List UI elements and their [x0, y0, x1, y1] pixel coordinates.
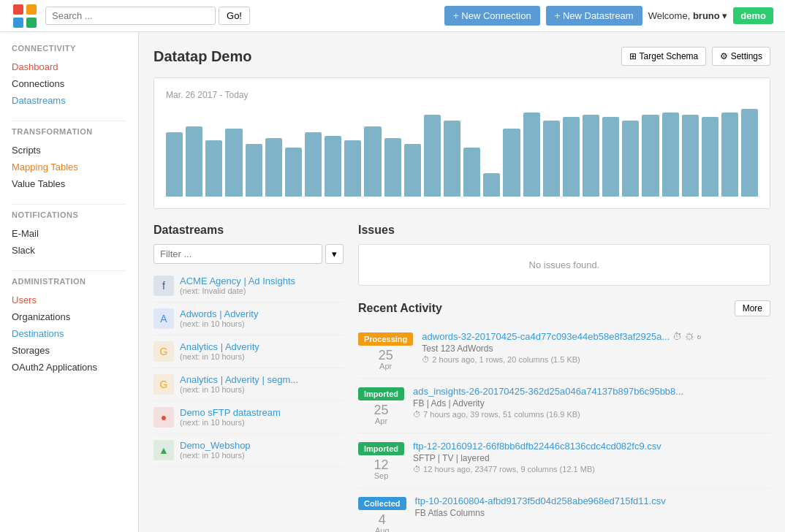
datastream-sub: (next: Invalid date): [180, 286, 344, 295]
activity-link[interactable]: ads_insights-26-20170425-362d25a046a7413…: [413, 386, 770, 397]
list-item[interactable]: ● Demo sFTP datastream (next: in 10 hour…: [153, 401, 344, 434]
new-connection-button[interactable]: + New Connection: [444, 6, 540, 26]
sidebar-divider-1: [12, 121, 126, 121]
datastreams-title: Datastreams: [153, 224, 344, 237]
svg-rect-1: [26, 4, 37, 15]
datastream-icon: ●: [153, 407, 174, 428]
new-datastream-button[interactable]: + New Datastream: [546, 6, 642, 26]
welcome-text: Welcome, bruno ▾: [648, 10, 728, 21]
list-item[interactable]: G Analytics | Adverity (next: in 10 hour…: [153, 335, 344, 368]
chart-bar: [563, 117, 580, 197]
datastream-name: ACME Agency | Ad Insights: [180, 276, 344, 286]
chart-bars: [166, 109, 758, 197]
sidebar-section-transformation: TRANSFORMATION Scripts Mapping Tables Va…: [0, 127, 138, 192]
activity-list: Processing 25 Apr adwords-32-20170425-ca…: [358, 324, 770, 532]
sidebar-section-connectivity: CONNECTIVITY Dashboard Connections Datas…: [0, 44, 138, 109]
activity-title: Recent Activity: [358, 302, 442, 315]
activity-link[interactable]: ftp-12-20160912-66f8bb6dfb22446c8136cdc4…: [413, 441, 770, 452]
search-button[interactable]: Go!: [219, 7, 250, 25]
datastream-name: Analytics | Adverity: [180, 341, 344, 352]
chart-bar: [583, 115, 599, 197]
activity-content: ftp-10-20160804-afbd9173f5d04d258abe968e…: [415, 495, 770, 520]
activity-date: 4 Aug: [369, 513, 395, 532]
datastream-icon: ▲: [153, 440, 174, 460]
activity-badge-date: Imported 12 Sep: [358, 441, 404, 480]
activity-content: ftp-12-20160912-66f8bb6dfb22446c8136cdc4…: [413, 441, 770, 474]
datastream-icon: G: [153, 374, 174, 395]
header-buttons: ⊞ Target Schema ⚙ Settings: [621, 47, 770, 66]
list-item[interactable]: G Analytics | Adverity | segm... (next: …: [153, 368, 344, 401]
table-row: Collected 4 Aug ftp-10-20160804-afbd9173…: [358, 488, 770, 532]
activity-meta: Test 123 AdWords: [422, 343, 770, 354]
app-header: Go! + New Connection + New Datastream We…: [0, 0, 785, 32]
list-item[interactable]: f ACME Agency | Ad Insights (next: Inval…: [153, 270, 344, 303]
svg-rect-3: [26, 18, 37, 28]
filter-button[interactable]: ▾: [325, 244, 344, 264]
settings-button[interactable]: ⚙ Settings: [712, 47, 770, 66]
chart-bar: [602, 117, 619, 197]
chart-bar: [444, 121, 460, 197]
datastream-info: Analytics | Adverity | segm... (next: in…: [180, 374, 344, 394]
administration-section-title: ADMINISTRATION: [12, 277, 126, 286]
username: bruno: [693, 10, 720, 21]
sidebar-item-email[interactable]: E-Mail: [12, 225, 126, 242]
right-panel: Issues No issues found. Recent Activity …: [358, 224, 770, 532]
activity-badge-date: Collected 4 Aug: [358, 495, 406, 532]
status-badge: Collected: [358, 497, 406, 510]
sidebar-item-connections[interactable]: Connections: [12, 75, 126, 92]
datastream-sub: (next: in 10 hours): [180, 451, 344, 460]
activity-link[interactable]: adwords-32-20170425-ca4d77c093e44eb58e8f…: [422, 331, 770, 342]
table-row: Processing 25 Apr adwords-32-20170425-ca…: [358, 324, 770, 379]
activity-detail: ⏱ 12 hours ago, 23477 rows, 9 columns (1…: [413, 465, 770, 474]
activity-header: Recent Activity More: [358, 300, 770, 316]
datastream-info: Analytics | Adverity (next: in 10 hours): [180, 341, 344, 361]
activity-date: 12 Sep: [368, 458, 395, 480]
list-item[interactable]: ▲ Demo_Webshop (next: in 10 hours): [153, 434, 344, 467]
sidebar-item-scripts[interactable]: Scripts: [12, 142, 126, 159]
filter-input[interactable]: [153, 244, 322, 264]
datastream-sub: (next: in 10 hours): [180, 385, 344, 394]
target-schema-button[interactable]: ⊞ Target Schema: [621, 47, 706, 66]
chart-bar: [265, 138, 282, 197]
sidebar-item-value-tables[interactable]: Value Tables: [12, 175, 126, 192]
datastream-info: Adwords | Adverity (next: in 10 hours): [180, 308, 344, 328]
chart-bar: [741, 109, 758, 197]
no-issues-msg: No issues found.: [529, 259, 600, 270]
activity-content: ads_insights-26-20170425-362d25a046a7413…: [413, 386, 770, 419]
chart-bar: [404, 144, 421, 197]
datastream-icon: f: [153, 276, 174, 296]
sidebar-divider-2: [12, 204, 126, 205]
sidebar-item-users[interactable]: Users: [12, 292, 126, 308]
org-badge[interactable]: demo: [733, 7, 773, 24]
chart-bar: [463, 148, 480, 197]
sidebar-item-destinations[interactable]: Destinations: [12, 325, 126, 342]
sidebar-item-organizations[interactable]: Organizations: [12, 308, 126, 325]
chart-bar: [503, 129, 520, 197]
issues-title: Issues: [358, 224, 770, 237]
sidebar-section-notifications: NOTIFICATIONS E-Mail Slack: [0, 210, 138, 259]
sidebar-item-datastreams[interactable]: Datastreams: [12, 92, 126, 109]
sidebar-item-oauth2[interactable]: OAuth2 Applications: [12, 359, 126, 376]
search-input[interactable]: [45, 7, 216, 25]
activity-meta: FB | Ads | Adverity: [413, 398, 770, 408]
main-layout: CONNECTIVITY Dashboard Connections Datas…: [0, 32, 785, 532]
datastream-name: Adwords | Adverity: [180, 308, 344, 319]
datastream-info: ACME Agency | Ad Insights (next: Invalid…: [180, 276, 344, 295]
sidebar-item-mapping-tables[interactable]: Mapping Tables: [12, 159, 126, 175]
datastream-name: Demo sFTP datastream: [180, 407, 344, 418]
table-row: Imported 25 Apr ads_insights-26-20170425…: [358, 379, 770, 433]
chart-bar: [523, 113, 540, 197]
datastream-sub: (next: in 10 hours): [180, 352, 344, 361]
svg-rect-2: [13, 18, 23, 28]
activity-link[interactable]: ftp-10-20160804-afbd9173f5d04d258abe968e…: [415, 495, 770, 506]
sidebar-item-slack[interactable]: Slack: [12, 242, 126, 259]
chart-bar: [246, 144, 262, 197]
chart-bar: [702, 117, 718, 197]
datastreams-panel: Datastreams ▾ f ACME Agency | Ad Insight…: [153, 224, 344, 532]
more-button[interactable]: More: [735, 300, 770, 316]
sidebar-item-storages[interactable]: Storages: [12, 342, 126, 359]
list-item[interactable]: A Adwords | Adverity (next: in 10 hours): [153, 303, 344, 335]
datastream-sub: (next: in 10 hours): [180, 319, 344, 328]
chart-bar: [622, 121, 639, 197]
sidebar-item-dashboard[interactable]: Dashboard: [12, 58, 126, 75]
